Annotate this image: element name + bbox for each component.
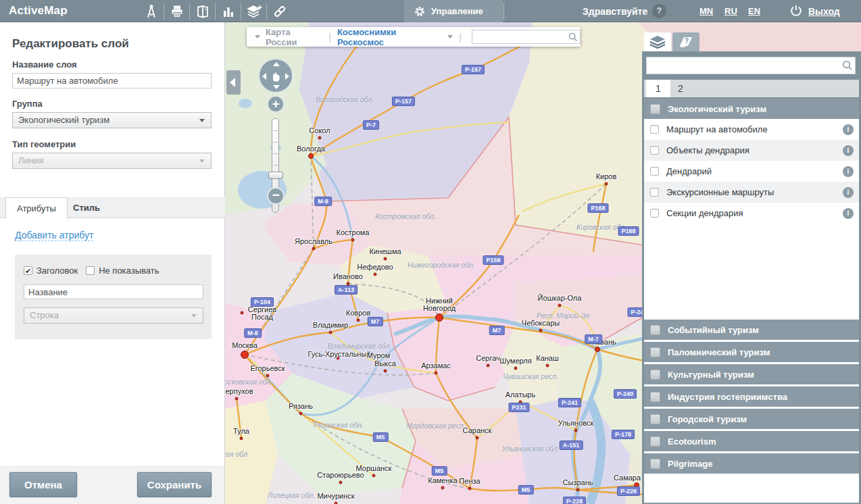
layer-row[interactable]: Дендрарийi bbox=[644, 161, 859, 182]
measure-tool-button[interactable] bbox=[139, 0, 164, 22]
language-link-ru[interactable]: RU bbox=[724, 6, 737, 16]
road-badge: М5 bbox=[518, 485, 534, 495]
add-attribute-link[interactable]: Добавить атрибут bbox=[15, 230, 93, 241]
city-label: Самара bbox=[614, 474, 641, 482]
layer-row[interactable]: Маршрут на автомобилеi bbox=[644, 119, 859, 140]
city-label: Сызрань bbox=[563, 479, 593, 486]
legend-button[interactable] bbox=[190, 0, 215, 22]
pan-right-icon[interactable] bbox=[285, 73, 289, 80]
group-checkbox[interactable] bbox=[650, 414, 660, 424]
legend-help-icon: ? bbox=[677, 35, 695, 49]
collapse-panel-button[interactable] bbox=[226, 70, 241, 95]
info-icon[interactable]: i bbox=[843, 187, 854, 198]
title-checkbox-label: Заголовок bbox=[36, 266, 78, 276]
city-label: Ульяновск bbox=[558, 420, 594, 427]
tab-style[interactable]: Стиль bbox=[62, 197, 111, 218]
layer-row[interactable]: Секции дендрарияi bbox=[644, 203, 859, 224]
attribute-name-input[interactable] bbox=[24, 284, 203, 299]
layers-icon bbox=[649, 35, 666, 49]
layer-name-input[interactable] bbox=[12, 73, 212, 89]
city-dot bbox=[384, 257, 387, 261]
pan-left-icon[interactable] bbox=[262, 73, 266, 80]
group-checkbox[interactable] bbox=[650, 370, 660, 380]
page-tab-1[interactable]: 1 bbox=[646, 80, 670, 97]
layer-checkbox[interactable] bbox=[650, 146, 659, 155]
layer-checkbox[interactable] bbox=[650, 188, 659, 197]
layer-group-header[interactable]: Культурный туризм bbox=[644, 364, 859, 384]
zoom-out-button[interactable]: − bbox=[267, 187, 285, 205]
info-icon[interactable]: i bbox=[843, 145, 854, 156]
map-pan-control[interactable] bbox=[258, 58, 293, 93]
pan-up-icon[interactable] bbox=[273, 62, 280, 66]
share-link-button[interactable] bbox=[267, 0, 292, 22]
zoom-in-button[interactable]: + bbox=[267, 95, 285, 113]
city-dot bbox=[240, 437, 243, 440]
pan-down-icon[interactable] bbox=[273, 85, 280, 89]
header-toolbar bbox=[139, 0, 292, 22]
layer-group-header[interactable]: Экологический туризм bbox=[644, 99, 859, 119]
group-checkbox[interactable] bbox=[650, 347, 660, 357]
city-dot bbox=[335, 502, 338, 504]
city-dot bbox=[435, 372, 438, 375]
base-map-dropdown-icon[interactable] bbox=[255, 35, 260, 39]
help-badge[interactable]: ? bbox=[652, 4, 666, 18]
layer-checkbox[interactable] bbox=[650, 167, 659, 176]
group-name: Событийный туризм bbox=[668, 325, 759, 335]
layer-group-header[interactable]: Городской туризм bbox=[644, 409, 859, 429]
city-label: Выкса bbox=[374, 360, 396, 368]
city-dot bbox=[241, 351, 249, 359]
page-tab-2[interactable]: 2 bbox=[672, 80, 689, 97]
city-label: Москва bbox=[232, 342, 257, 349]
layer-group-header[interactable]: Ecotourism bbox=[644, 431, 859, 451]
zoom-slider-handle[interactable] bbox=[268, 172, 283, 179]
hide-checkbox[interactable] bbox=[86, 266, 95, 275]
layer-name: Дендрарий bbox=[666, 166, 835, 176]
cancel-button[interactable]: Отмена bbox=[9, 472, 77, 497]
overlay-map-selector[interactable]: Космоснимки Роскосмос bbox=[337, 27, 442, 47]
city-dot bbox=[539, 329, 543, 332]
management-menu[interactable]: Управление bbox=[404, 0, 503, 22]
overlay-map-dropdown-icon[interactable] bbox=[447, 35, 453, 39]
layer-name-label: Название слоя bbox=[12, 59, 77, 70]
map-search-input[interactable] bbox=[472, 30, 581, 44]
group-select[interactable]: Экологический туризм bbox=[12, 112, 212, 128]
add-layer-button[interactable] bbox=[241, 0, 266, 22]
layer-group-header[interactable]: Индустрия гостеприимства bbox=[644, 386, 859, 407]
layer-row[interactable]: Экскурсионные маршрутыi bbox=[644, 182, 859, 203]
statistics-button[interactable] bbox=[216, 0, 241, 22]
city-label: Кинешма bbox=[369, 248, 401, 255]
info-icon[interactable]: i bbox=[843, 208, 854, 219]
group-checkbox[interactable] bbox=[650, 436, 660, 447]
city-dot bbox=[435, 313, 443, 322]
group-name: Культурный туризм bbox=[668, 370, 754, 380]
language-link-en[interactable]: EN bbox=[748, 6, 760, 16]
group-checkbox[interactable] bbox=[650, 325, 660, 335]
tab-legend[interactable]: ? bbox=[672, 32, 699, 51]
tab-layers[interactable] bbox=[644, 32, 671, 51]
layer-group-header[interactable]: Событийный туризм bbox=[644, 320, 859, 340]
layer-checkbox[interactable] bbox=[650, 209, 659, 218]
info-icon[interactable]: i bbox=[843, 166, 854, 177]
print-button[interactable] bbox=[164, 0, 189, 22]
city-label: Алатырь bbox=[506, 391, 535, 399]
group-checkbox[interactable] bbox=[650, 392, 660, 402]
logout-link[interactable]: Выход bbox=[808, 6, 840, 17]
city-label: Сергач bbox=[476, 355, 500, 362]
group-checkbox[interactable] bbox=[650, 459, 660, 469]
region-label: Мордовская респ. bbox=[406, 422, 465, 430]
tab-attributes[interactable]: Атрибуты bbox=[5, 197, 68, 219]
region-label: Ульяновская обл. bbox=[501, 445, 559, 453]
save-button[interactable]: Сохранить bbox=[137, 472, 212, 497]
info-icon[interactable]: i bbox=[843, 124, 854, 135]
city-label: Иваново bbox=[333, 273, 363, 280]
base-map-selector[interactable]: Карта России bbox=[266, 27, 322, 47]
layers-search-input[interactable] bbox=[646, 57, 856, 74]
layer-checkbox[interactable] bbox=[650, 125, 659, 134]
group-checkbox[interactable] bbox=[650, 104, 660, 114]
language-link-mn[interactable]: MN bbox=[699, 6, 713, 16]
layer-group-header[interactable]: Паломнический туризм bbox=[644, 342, 859, 362]
title-checkbox[interactable]: ✔ bbox=[24, 266, 32, 275]
layer-row[interactable]: Объекты дендрарияi bbox=[644, 140, 859, 161]
layer-group-header[interactable]: Pilgrimage bbox=[644, 453, 859, 474]
city-dot bbox=[487, 364, 490, 368]
